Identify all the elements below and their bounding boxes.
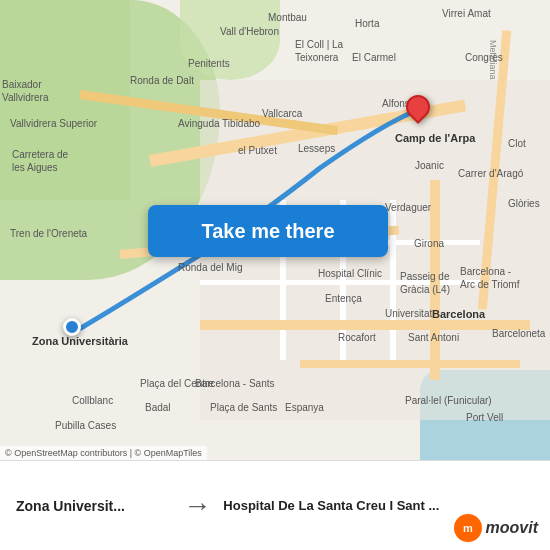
label-port-vell: Port Vell <box>466 412 503 423</box>
dest-pin <box>401 90 435 124</box>
label-el-carmel: El Carmel <box>352 52 396 63</box>
label-clot: Clot <box>508 138 526 149</box>
label-hospital-clinic: Hospital Clínic <box>318 268 382 279</box>
arrow-icon: → <box>183 490 211 522</box>
origin-info: Zona Universit... <box>16 498 171 514</box>
label-entenca: Entença <box>325 293 362 304</box>
moovit-icon: m <box>454 514 482 542</box>
parallel-road <box>300 360 520 368</box>
label-sant-antoni: Sant Antoni <box>408 332 459 343</box>
origin-name: Zona Universit... <box>16 498 171 514</box>
label-universitat: Universitat <box>385 308 432 319</box>
label-barceloneta: Barceloneta <box>492 328 545 339</box>
label-vallvidrera-sup: Vallvidrera Superior <box>10 118 97 129</box>
label-barcelona: Barcelona <box>432 308 485 320</box>
label-arc-triomf: Barcelona -Arc de Triomf <box>460 265 519 291</box>
label-lesseps: Lesseps <box>298 143 335 154</box>
destination-marker <box>406 95 430 127</box>
label-ronda-dalt: Ronda de Dalt <box>130 75 194 86</box>
label-el-coll: El Coll | LaTeixonera <box>295 38 343 64</box>
bottom-bar: Zona Universit... → Hospital De La Santa… <box>0 460 550 550</box>
label-ronda-mig: Ronda del Mig <box>178 262 242 273</box>
label-bcn-sants: Barcelona - Sants <box>195 378 275 389</box>
map-container: Meridiana Montbau Horta Virrei Amat Cong… <box>0 0 550 460</box>
label-collblanc: Collblanc <box>72 395 113 406</box>
label-vallcarca: Vallcarca <box>262 108 302 119</box>
label-horta: Horta <box>355 18 379 29</box>
moovit-logo: m moovit <box>454 514 538 542</box>
label-paral-lel: Paral·lel (Funicular) <box>405 395 492 406</box>
label-glories: Glòries <box>508 198 540 209</box>
label-joanic: Joanic <box>415 160 444 171</box>
origin-marker <box>63 318 81 336</box>
moovit-wordmark: moovit <box>486 519 538 537</box>
label-camp-arpa: Camp de l'Arpa <box>395 132 475 144</box>
gran-via-road <box>200 320 530 330</box>
label-putxet: el Putxet <box>238 145 277 156</box>
label-girona: Girona <box>414 238 444 249</box>
label-placa-sants: Plaça de Sants <box>210 402 277 413</box>
meridiana-label: Meridiana <box>488 40 498 80</box>
label-virrei-amat: Virrei Amat <box>442 8 491 19</box>
label-badal: Badal <box>145 402 171 413</box>
label-zona-univ: Zona Universitària <box>32 335 128 347</box>
label-carrer-arago: Carrer d'Aragó <box>458 168 523 179</box>
label-montbau: Montbau <box>268 12 307 23</box>
label-baixador: BaixadorVallvidrera <box>2 78 49 104</box>
label-espanya: Espanya <box>285 402 324 413</box>
label-penitents: Penitents <box>188 58 230 69</box>
label-tibidabo: Avinguda Tibidabo <box>178 118 260 129</box>
label-passeig-gracia: Passeig deGràcia (L4) <box>400 270 450 296</box>
label-rocafort: Rocafort <box>338 332 376 343</box>
label-vall-hebron: Vall d'Hebron <box>220 26 279 37</box>
moovit-svg-icon: m <box>459 519 477 537</box>
label-tren-oreneta: Tren de l'Oreneta <box>10 228 87 239</box>
attribution: © OpenStreetMap contributors | © OpenMap… <box>0 446 207 460</box>
label-verdaguer: Verdaguer <box>385 202 431 213</box>
label-carretera-aigues: Carretera deles Aigues <box>12 148 68 174</box>
take-me-there-button[interactable]: Take me there <box>148 205 388 257</box>
svg-text:m: m <box>463 522 473 534</box>
label-pubilla-cases: Pubilla Cases <box>55 420 116 431</box>
destination-name: Hospital De La Santa Creu I Sant ... <box>223 498 534 513</box>
dest-info: Hospital De La Santa Creu I Sant ... <box>223 498 534 513</box>
